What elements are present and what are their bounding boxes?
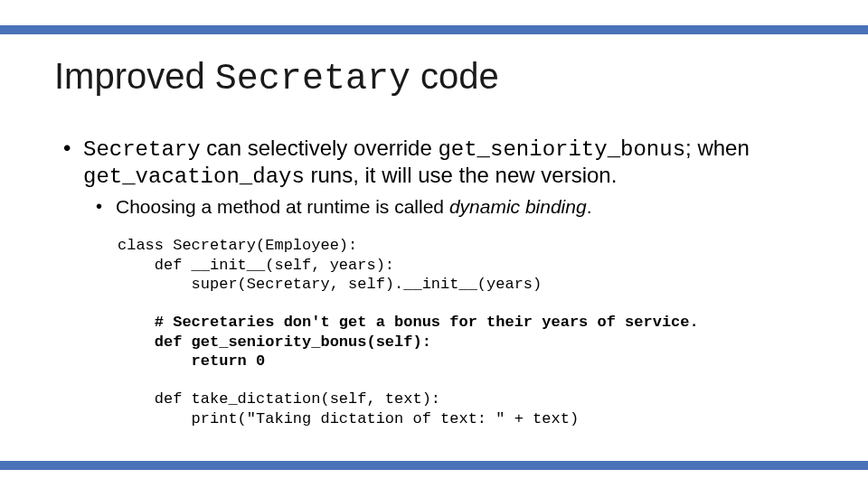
title-text-pre: Improved (54, 56, 215, 96)
bullet1-text-3: runs, it will use the new version. (305, 163, 617, 187)
slide-content: Secretary can selectively override get_s… (63, 136, 814, 428)
code-line-7: return 0 (118, 352, 265, 370)
bullet1-code-1: Secretary (83, 137, 201, 162)
bullet1-text-2: ; when (685, 136, 750, 160)
code-line-10: print("Taking dictation of text: " + tex… (118, 410, 579, 427)
bullet2-italic: dynamic binding (449, 196, 587, 217)
bullet2-text-1: Choosing a method at runtime is called (116, 196, 449, 217)
top-accent-bar (0, 25, 868, 34)
bullet-level-1: Secretary can selectively override get_s… (63, 136, 814, 189)
bullet1-code-2: get_seniority_bonus (438, 137, 685, 162)
slide-title: Improved Secretary code (54, 56, 499, 99)
code-line-9: def take_dictation(self, text): (118, 390, 440, 408)
bullet1-code-3: get_vacation_days (83, 164, 305, 189)
bottom-accent-bar (0, 461, 868, 470)
bullet-level-2: Choosing a method at runtime is called d… (90, 196, 814, 218)
code-block: class Secretary(Employee): def __init__(… (118, 236, 814, 428)
title-text-post: code (410, 56, 499, 96)
slide: Improved Secretary code Secretary can se… (0, 0, 868, 488)
code-line-2: def __init__(self, years): (118, 257, 394, 274)
code-line-5: # Secretaries don't get a bonus for thei… (118, 314, 699, 331)
title-code: Secretary (215, 59, 410, 99)
code-line-3: super(Secretary, self).__init__(years) (118, 276, 542, 293)
bullet2-text-2: . (587, 196, 592, 217)
code-line-6: def get_seniority_bonus(self): (118, 333, 431, 351)
bullet1-text-1: can selectively override (201, 136, 439, 160)
code-line-1: class Secretary(Employee): (118, 237, 357, 254)
